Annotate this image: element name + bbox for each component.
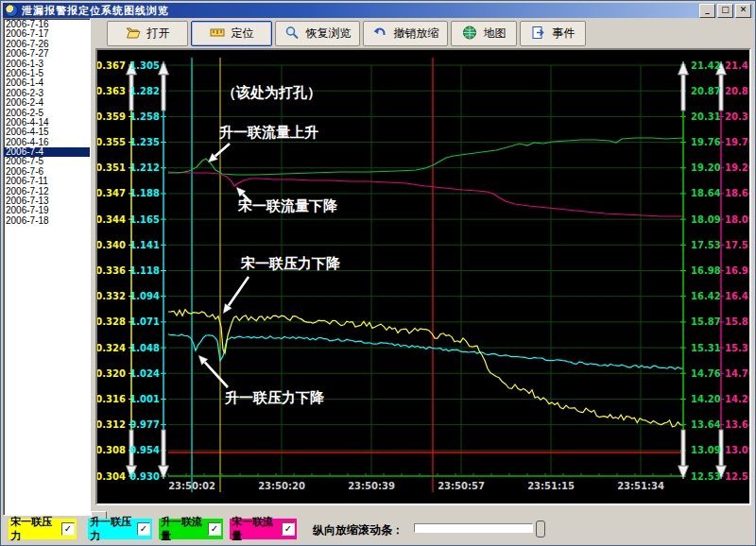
tick-label: 19.76 xyxy=(725,137,749,147)
tick-label: 23:50:02 xyxy=(168,481,215,491)
tick-label: 15.87 xyxy=(725,316,749,327)
tick-label: 0.304 xyxy=(97,471,126,482)
legend-label: 升一联流量 xyxy=(161,515,205,543)
axis-up-arrow xyxy=(159,61,169,111)
legend-checkbox[interactable]: ✓ xyxy=(208,522,221,536)
tick-label: 16.98 xyxy=(725,265,749,276)
toolbar-button-label: 打开 xyxy=(147,26,170,42)
vertical-zoom-label: 纵向放缩滚动条： xyxy=(313,522,404,538)
series-宋一联压力 xyxy=(168,310,683,427)
tick-label: 0.320 xyxy=(97,368,126,379)
undo-icon xyxy=(372,26,387,43)
toolbar-button-label: 事件 xyxy=(553,26,576,42)
close-button[interactable]: ✕ xyxy=(735,4,751,18)
toolbar-button-label: 地图 xyxy=(484,26,507,42)
tick-label: 16.98 xyxy=(691,265,721,276)
annotation-text: （该处为打孔） xyxy=(222,84,321,101)
vertical-zoom-slider-thumb[interactable] xyxy=(536,520,545,537)
minimize-button[interactable]: _ xyxy=(699,4,715,18)
tick-label: 1.024 xyxy=(129,368,160,379)
app-window: { "window": { "title": "泄漏报警报定位系统图线浏览", … xyxy=(0,0,756,546)
series-升一联压力 xyxy=(168,334,683,369)
magnifier-icon xyxy=(284,26,300,43)
tick-label: 17.53 xyxy=(691,240,721,250)
tick-label: 14.20 xyxy=(725,394,749,404)
tick-label: 1.212 xyxy=(129,162,160,173)
axis-up-arrow xyxy=(679,61,689,111)
list-item[interactable]: 2006-2-4 xyxy=(4,98,90,108)
tick-label: 1.094 xyxy=(129,291,160,301)
app-icon xyxy=(5,4,18,17)
tick-label: 23:50:39 xyxy=(348,481,395,491)
legend-item-升一联压力[interactable]: 升一联压力✓ xyxy=(88,519,152,539)
annotation-text: 升一联流量上升 xyxy=(218,124,318,141)
tick-label: 0.367 xyxy=(97,60,126,71)
open-button[interactable]: 打开 xyxy=(107,21,188,46)
tick-label: 0.977 xyxy=(129,419,160,430)
axis-down-arrow xyxy=(679,430,689,479)
tick-label: 20.87 xyxy=(725,86,749,96)
tick-label: 0.351 xyxy=(97,162,126,173)
tick-label: 0.332 xyxy=(97,291,126,301)
unzoom-button[interactable]: 撤销放缩 xyxy=(363,21,448,46)
tick-label: 1.188 xyxy=(129,188,160,198)
tick-label: 1.305 xyxy=(129,60,160,71)
tick-label: 23:51:15 xyxy=(527,481,575,491)
tick-label: 13.64 xyxy=(725,419,749,430)
tick-label: 13.64 xyxy=(691,419,721,430)
locate-button[interactable]: 定位 xyxy=(191,21,272,46)
globe-icon xyxy=(462,26,477,43)
locate-icon xyxy=(210,26,225,43)
maximize-button[interactable]: □ xyxy=(717,4,733,18)
tick-label: 16.42 xyxy=(691,291,721,301)
curve-chart[interactable]: 0.3670.3630.3590.3550.3510.3470.3440.340… xyxy=(97,50,749,503)
legend-checkbox[interactable]: ✓ xyxy=(282,522,295,536)
tick-label: 16.42 xyxy=(725,291,749,301)
vertical-zoom-slider-track[interactable] xyxy=(414,523,533,533)
tick-label: 15.31 xyxy=(725,343,749,353)
tick-label: 19.20 xyxy=(725,162,749,173)
tick-label: 0.930 xyxy=(129,471,160,482)
tick-label: 0.954 xyxy=(129,445,160,455)
tick-label: 15.31 xyxy=(691,343,721,353)
tick-label: 18.09 xyxy=(725,214,749,225)
toolbar-button-label: 撤销放缩 xyxy=(394,26,439,42)
legend-label: 宋一联流量 xyxy=(232,515,279,543)
toolbar-button-label: 定位 xyxy=(232,26,254,42)
tick-label: 1.048 xyxy=(129,343,160,353)
tick-label: 0.324 xyxy=(97,343,126,353)
title-bar: 泄漏报警报定位系统图线浏览 _ □ ✕ xyxy=(3,3,753,18)
tick-label: 20.31 xyxy=(691,111,721,122)
tick-label: 0.359 xyxy=(97,111,126,122)
tick-label: 0.347 xyxy=(97,188,126,198)
tick-label: 15.87 xyxy=(691,316,721,327)
legend-checkbox[interactable]: ✓ xyxy=(61,522,75,536)
chart-panel[interactable]: 0.3670.3630.3590.3550.3510.3470.3440.340… xyxy=(95,48,751,505)
tick-label: 19.76 xyxy=(691,137,721,147)
tick-label: 1.118 xyxy=(129,265,160,276)
tick-label: 1.165 xyxy=(129,214,160,225)
list-item[interactable]: 2006-7-27 xyxy=(4,49,90,59)
event-icon xyxy=(531,26,546,43)
legend-item-升一联流量[interactable]: 升一联流量✓ xyxy=(159,519,223,539)
legend-label: 宋一联压力 xyxy=(10,515,59,543)
map-button[interactable]: 地图 xyxy=(451,21,517,46)
tick-label: 1.282 xyxy=(129,86,160,96)
tick-label: 0.316 xyxy=(97,394,126,404)
legend-item-宋一联流量[interactable]: 宋一联流量✓ xyxy=(230,519,297,539)
tick-label: 12.53 xyxy=(691,471,721,482)
tick-label: 14.76 xyxy=(691,368,721,379)
tick-label: 20.31 xyxy=(725,111,749,122)
list-item[interactable]: 2006-7-18 xyxy=(4,216,90,226)
restore-button[interactable]: 恢复浏览 xyxy=(275,21,360,46)
tick-label: 19.20 xyxy=(691,162,721,173)
tick-label: 21.42 xyxy=(725,60,749,71)
event-button[interactable]: 事件 xyxy=(520,21,586,46)
date-list[interactable]: 2006-7-162006-7-172006-7-262006-7-272006… xyxy=(3,18,91,516)
tick-label: 0.344 xyxy=(97,214,126,225)
legend-checkbox[interactable]: ✓ xyxy=(137,522,150,536)
tick-label: 0.312 xyxy=(97,419,126,430)
tick-label: 0.336 xyxy=(97,265,126,276)
tick-label: 1.258 xyxy=(129,111,160,122)
legend-item-宋一联压力[interactable]: 宋一联压力✓ xyxy=(9,519,77,539)
